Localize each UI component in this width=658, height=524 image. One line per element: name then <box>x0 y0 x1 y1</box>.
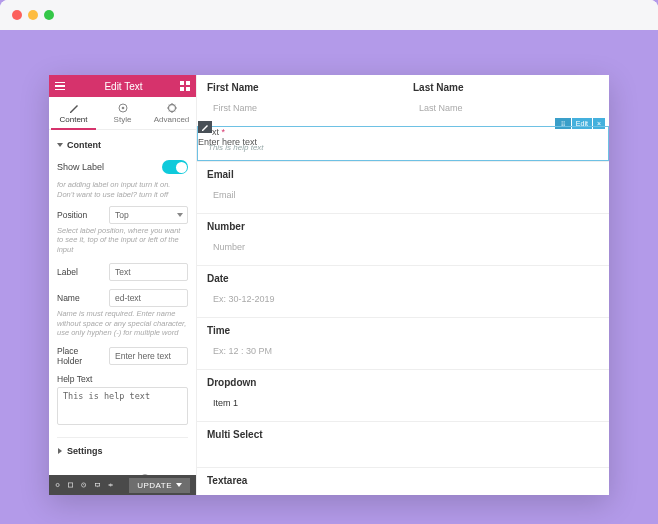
field-last-name[interactable]: Last Name Last Name ⁞⁞ Edit × <box>403 75 609 126</box>
position-hint: Select label position, where you want to… <box>57 226 188 255</box>
label-input[interactable] <box>109 263 188 281</box>
field-time[interactable]: Time Ex: 12 : 30 PM <box>197 317 609 361</box>
field-textarea[interactable]: Textarea Text area <box>197 467 609 495</box>
sidebar-header: Edit Text <box>49 75 196 97</box>
window-min-dot[interactable] <box>28 10 38 20</box>
browser-titlebar <box>0 0 658 30</box>
svg-rect-2 <box>180 87 184 91</box>
field-date[interactable]: Date Ex: 30-12-2019 <box>197 265 609 309</box>
menu-icon[interactable] <box>55 82 67 91</box>
field-email[interactable]: Email Email <box>197 161 609 205</box>
time-input[interactable]: Ex: 12 : 30 PM <box>207 341 599 361</box>
preview-icon[interactable] <box>108 480 113 490</box>
svg-rect-8 <box>69 483 73 487</box>
show-label-toggle[interactable] <box>162 160 188 174</box>
svg-rect-11 <box>97 487 98 488</box>
chevron-down-icon <box>57 143 63 147</box>
navigator-icon[interactable] <box>68 480 73 490</box>
tab-style[interactable]: Style <box>98 97 147 129</box>
show-label-hint: for adding label on input turn it on. Do… <box>57 180 188 200</box>
first-name-input[interactable]: First Name <box>207 98 393 118</box>
svg-point-5 <box>121 107 124 110</box>
svg-rect-3 <box>186 87 190 91</box>
tab-advanced[interactable]: Advanced <box>147 97 196 129</box>
field-text-selected[interactable]: xt * Enter here text This is help text <box>197 126 609 161</box>
svg-rect-10 <box>95 483 99 486</box>
helptext-label: Help Text <box>57 374 188 384</box>
field-dropdown[interactable]: Dropdown Item 1 <box>197 369 609 413</box>
window-close-dot[interactable] <box>12 10 22 20</box>
name-input[interactable] <box>109 289 188 307</box>
dropdown-select[interactable]: Item 1 <box>207 393 599 413</box>
chevron-down-icon <box>177 213 183 217</box>
accordion-content[interactable]: Content <box>57 136 188 154</box>
name-hint: Name is must required. Enter name withou… <box>57 309 188 338</box>
update-button[interactable]: UPDATE <box>129 478 190 493</box>
email-input[interactable]: Email <box>207 185 599 205</box>
label-label: Label <box>57 267 103 277</box>
history-icon[interactable] <box>81 480 86 490</box>
placeholder-label: Place Holder <box>57 346 103 366</box>
svg-rect-1 <box>186 81 190 85</box>
window-max-dot[interactable] <box>44 10 54 20</box>
field-first-name[interactable]: First Name First Name <box>197 75 403 126</box>
sidebar-body: Content Show Label for adding label on i… <box>49 130 196 475</box>
editor-app: Edit Text Content Style <box>49 75 609 495</box>
sidebar-tabs: Content Style Advanced <box>49 97 196 130</box>
responsive-icon[interactable] <box>95 480 100 490</box>
help-text: This is help text <box>208 143 598 152</box>
svg-point-12 <box>110 484 111 485</box>
date-input[interactable]: Ex: 30-12-2019 <box>207 289 599 309</box>
svg-point-7 <box>56 483 59 486</box>
element-tag[interactable] <box>198 121 212 133</box>
field-number[interactable]: Number Number <box>197 213 609 257</box>
form-canvas: First Name First Name Last Name Last Nam… <box>197 75 609 495</box>
textarea-input[interactable]: Text area <box>207 491 599 495</box>
name-label: Name <box>57 293 103 303</box>
sidebar-footer: UPDATE <box>49 475 196 495</box>
show-label-label: Show Label <box>57 162 104 172</box>
helptext-input[interactable]: This is help text <box>57 387 188 425</box>
editor-sidebar: Edit Text Content Style <box>49 75 197 495</box>
position-label: Position <box>57 210 103 220</box>
chevron-down-icon <box>176 483 182 487</box>
accordion-settings[interactable]: Settings <box>57 437 188 460</box>
chevron-right-icon <box>58 448 62 454</box>
tab-content[interactable]: Content <box>49 97 98 129</box>
svg-rect-0 <box>180 81 184 85</box>
field-multiselect[interactable]: Multi Select <box>197 421 609 459</box>
widgets-icon[interactable] <box>180 81 190 91</box>
panel-title: Edit Text <box>104 81 142 92</box>
number-input[interactable]: Number <box>207 237 599 257</box>
multiselect-input[interactable] <box>207 445 599 459</box>
last-name-input[interactable]: Last Name <box>413 98 599 118</box>
placeholder-input[interactable] <box>109 347 188 365</box>
settings-icon[interactable] <box>55 480 60 490</box>
